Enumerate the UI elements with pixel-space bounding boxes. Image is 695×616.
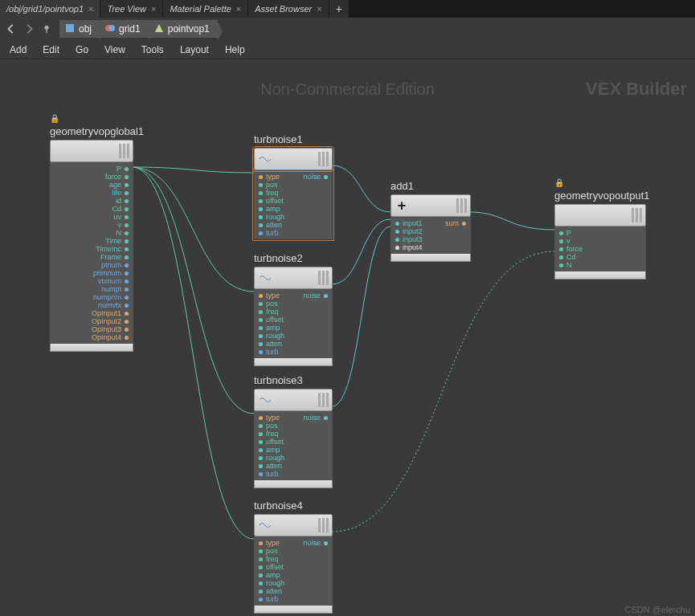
node-header[interactable] [554,204,646,226]
close-icon[interactable]: × [88,4,93,14]
port-life[interactable]: life [55,189,129,197]
port-rough[interactable]: rough [259,213,299,221]
port-noise[interactable]: noise [299,539,328,547]
pin-icon[interactable] [39,21,55,37]
port-amp[interactable]: amp [259,205,299,213]
crumb-grid1[interactable]: grid1 [100,22,149,36]
port-ptnum[interactable]: ptnum [55,261,129,269]
port-atten[interactable]: atten [259,340,299,348]
node-canvas[interactable]: Non-Commercial Edition VEX Builder CSDN … [0,61,695,616]
port-turb[interactable]: turb [259,348,299,356]
port-offset[interactable]: offset [259,438,299,446]
port-sum[interactable]: sum [439,219,466,227]
node-add1[interactable]: add1 + input1input2input3input4 sum [390,180,471,262]
node-geometryvopoutput1[interactable]: 🔒 geometryvopoutput1 PvforceCdN [554,190,646,279]
port-turb[interactable]: turb [259,229,299,237]
port-rough[interactable]: rough [259,332,299,340]
node-header[interactable] [50,140,133,162]
port-v[interactable]: v [55,221,129,229]
port-Frame[interactable]: Frame [55,253,129,261]
tab-add[interactable]: + [329,0,349,18]
port-input2[interactable]: input2 [395,227,439,235]
port-atten[interactable]: atten [259,221,299,229]
tab-pointvop1[interactable]: /obj/grid1/pointvop1× [0,0,100,18]
port-pos[interactable]: pos [259,181,299,189]
port-OpInput4[interactable]: OpInput4 [55,333,129,341]
node-header[interactable] [254,267,333,289]
port-numvtx[interactable]: numvtx [55,301,129,309]
menu-tools[interactable]: Tools [141,44,164,55]
port-numpt[interactable]: numpt [55,285,129,293]
port-age[interactable]: age [55,181,129,189]
port-vtxnum[interactable]: vtxnum [55,277,129,285]
menu-layout[interactable]: Layout [180,44,209,55]
port-type[interactable]: type [259,173,299,181]
crumb-pointvop1[interactable]: pointvop1 [149,22,218,36]
node-geometryvopglobal1[interactable]: 🔒 geometryvopglobal1 PforceagelifeidCduv… [50,125,133,352]
node-turbnoise3[interactable]: turbnoise3 typeposfreqoffsetamproughatte… [254,374,333,488]
port-rough[interactable]: rough [259,454,299,462]
port-P[interactable]: P [55,165,129,173]
port-amp[interactable]: amp [259,446,299,454]
menu-help[interactable]: Help [225,44,245,55]
close-icon[interactable]: × [236,4,241,14]
close-icon[interactable]: × [317,4,321,14]
port-Time[interactable]: Time [55,237,129,245]
port-force[interactable]: force [559,245,641,253]
port-pos[interactable]: pos [259,300,299,308]
port-offset[interactable]: offset [259,197,299,205]
close-icon[interactable]: × [151,4,156,14]
menu-go[interactable]: Go [76,44,88,55]
menu-view[interactable]: View [104,44,125,55]
port-P[interactable]: P [559,229,641,237]
port-offset[interactable]: offset [259,563,299,571]
port-id[interactable]: id [55,197,129,205]
port-uv[interactable]: uv [55,213,129,221]
port-OpInput3[interactable]: OpInput3 [55,325,129,333]
port-noise[interactable]: noise [299,173,328,181]
node-turbnoise4[interactable]: turbnoise4 typeposfreqoffsetamproughatte… [254,500,333,614]
node-header[interactable]: + [390,194,471,217]
port-pos[interactable]: pos [259,547,299,555]
node-turbnoise1[interactable]: turbnoise1 typeposfreqoffsetamproughatte… [254,133,333,239]
port-atten[interactable]: atten [259,462,299,470]
port-offset[interactable]: offset [259,316,299,324]
menu-edit[interactable]: Edit [43,44,59,55]
crumb-obj[interactable]: obj [59,22,100,36]
port-freq[interactable]: freq [259,555,299,563]
node-header[interactable] [254,148,333,170]
port-v[interactable]: v [559,237,641,245]
port-type[interactable]: type [259,292,299,300]
port-N[interactable]: N [559,261,641,269]
port-type[interactable]: type [259,539,299,547]
node-header[interactable] [254,389,333,411]
port-pos[interactable]: pos [259,422,299,430]
port-OpInput2[interactable]: OpInput2 [55,317,129,325]
tab-tree-view[interactable]: Tree View× [100,0,162,18]
port-amp[interactable]: amp [259,324,299,332]
port-input1[interactable]: input1 [395,219,439,227]
node-header[interactable] [254,514,333,536]
back-icon[interactable] [3,21,19,37]
port-primnum[interactable]: primnum [55,269,129,277]
port-Cd[interactable]: Cd [559,253,641,261]
port-noise[interactable]: noise [299,292,328,300]
port-force[interactable]: force [55,173,129,181]
forward-icon[interactable] [21,21,37,37]
menu-add[interactable]: Add [10,44,27,55]
node-turbnoise2[interactable]: turbnoise2 typeposfreqoffsetamproughatte… [254,252,333,366]
tab-material-palette[interactable]: Material Palette× [163,0,247,18]
port-TimeInc[interactable]: TimeInc [55,245,129,253]
port-N[interactable]: N [55,229,129,237]
port-rough[interactable]: rough [259,579,299,587]
port-Cd[interactable]: Cd [55,205,129,213]
port-amp[interactable]: amp [259,571,299,579]
port-turb[interactable]: turb [259,595,299,603]
port-atten[interactable]: atten [259,587,299,595]
port-noise[interactable]: noise [299,414,328,422]
port-freq[interactable]: freq [259,189,299,197]
port-OpInput1[interactable]: OpInput1 [55,309,129,317]
port-turb[interactable]: turb [259,470,299,478]
port-freq[interactable]: freq [259,430,299,438]
port-numprim[interactable]: numprim [55,293,129,301]
